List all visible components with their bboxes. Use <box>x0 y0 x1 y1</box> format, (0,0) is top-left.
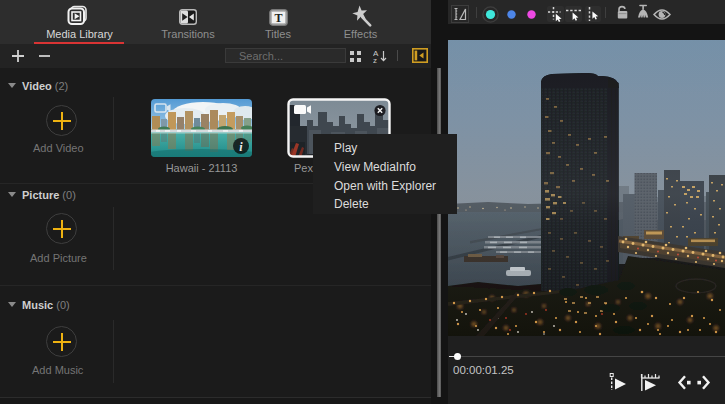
svg-text:T: T <box>274 11 282 25</box>
svg-text:z: z <box>373 56 377 63</box>
